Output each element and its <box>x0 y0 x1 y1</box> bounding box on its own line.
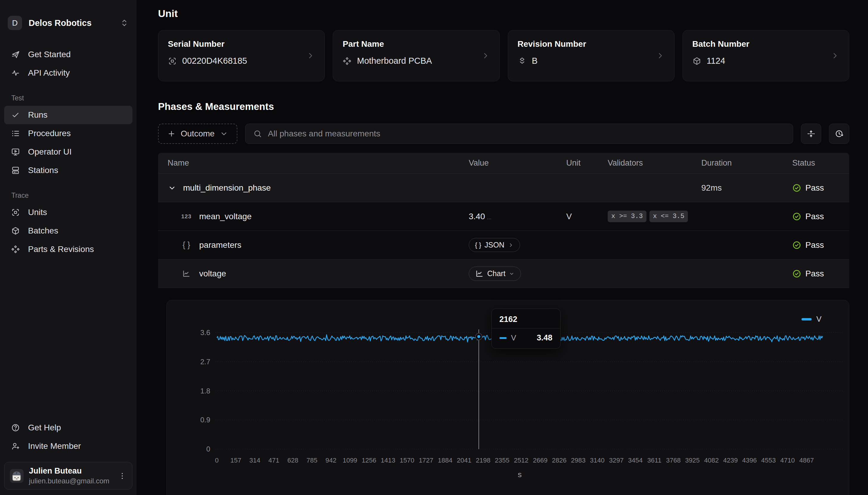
row-value-cell[interactable]: Chart <box>469 267 566 281</box>
sidebar-item-batches[interactable]: Batches <box>4 222 132 240</box>
pass-check-icon <box>792 269 801 278</box>
user-avatar <box>10 469 23 483</box>
components-icon <box>343 56 351 66</box>
pass-check-icon <box>792 184 801 192</box>
check-icon <box>11 110 20 119</box>
sidebar-section-test: RunsProceduresOperator UIStations <box>4 106 132 180</box>
column-header-validators: Validators <box>608 158 701 168</box>
sidebar-item-invite-member[interactable]: Invite Member <box>4 437 132 455</box>
user-card[interactable]: Julien Buteau julien.buteau@gmail.com <box>4 462 132 490</box>
chevrons-up-down-icon <box>120 18 129 28</box>
table-row-multi_dimension_phase[interactable]: multi_dimension_phase92msPass <box>158 174 849 202</box>
workspace-avatar: D <box>8 16 22 30</box>
sidebar-item-label: Runs <box>28 110 47 120</box>
app-root: D Delos Robotics Get StartedAPI Activity… <box>0 0 868 495</box>
svg-text:1413: 1413 <box>381 457 395 464</box>
unit-card-revision-number[interactable]: Revision NumberB <box>508 30 674 81</box>
svg-text:4082: 4082 <box>704 457 719 464</box>
tooltip-series-name: V <box>511 333 516 342</box>
sidebar-item-runs[interactable]: Runs <box>4 106 132 124</box>
sidebar-item-get-help[interactable]: Get Help <box>4 419 132 437</box>
svg-text:3925: 3925 <box>685 457 700 464</box>
column-header-value: Value <box>469 158 566 168</box>
unit-cards: Serial Number00220D4K68185Part NameMothe… <box>158 30 849 81</box>
sidebar-item-api-activity[interactable]: API Activity <box>4 64 132 82</box>
table-row-parameters: { }parameters{ }JSONPass <box>158 231 849 259</box>
card-label: Revision Number <box>518 39 656 49</box>
voltage-chart-panel: V 00.91.82.73.60157314471628785942109912… <box>166 300 849 495</box>
components-icon <box>11 245 20 254</box>
svg-text:2512: 2512 <box>514 457 528 464</box>
tooltip-series-swatch <box>499 337 507 339</box>
card-body: Revision NumberB <box>518 39 656 72</box>
sidebar-item-parts-revisions[interactable]: Parts & Revisions <box>4 240 132 258</box>
row-name-cell: 123mean_voltage <box>158 212 469 221</box>
row-status-cell: Pass <box>792 183 849 193</box>
svg-text:0.9: 0.9 <box>200 416 210 424</box>
row-status-cell: Pass <box>792 269 849 278</box>
row-value-cell[interactable]: { }JSON <box>469 238 566 252</box>
sidebar-item-label: Units <box>28 208 47 217</box>
row-duration-cell: 92ms <box>701 183 792 193</box>
sidebar-item-stations[interactable]: Stations <box>4 161 132 180</box>
chart-pill-button[interactable]: Chart <box>469 267 521 281</box>
svg-text:1884: 1884 <box>438 457 452 464</box>
sidebar-item-get-started[interactable]: Get Started <box>4 45 132 64</box>
validator-badge: x >= 3.3 <box>608 210 646 222</box>
scan-icon <box>168 56 177 66</box>
sidebar-section-label: Trace <box>4 191 132 200</box>
history-button[interactable] <box>829 124 849 144</box>
chevron-down-icon[interactable] <box>167 184 177 192</box>
legend-series-label: V <box>816 314 821 324</box>
search-bar[interactable] <box>245 124 793 144</box>
card-body: Part NameMotherboard PCBA <box>343 39 481 72</box>
svg-text:1727: 1727 <box>419 457 433 464</box>
search-icon <box>253 129 262 138</box>
main-content: Unit Serial Number00220D4K68185Part Name… <box>136 0 868 495</box>
svg-text:1.8: 1.8 <box>200 387 210 395</box>
svg-text:2826: 2826 <box>552 457 567 464</box>
sidebar-item-procedures[interactable]: Procedures <box>4 124 132 143</box>
page-title: Unit <box>158 8 849 19</box>
column-header-name: Name <box>158 158 469 168</box>
chart-legend[interactable]: V <box>802 314 821 324</box>
sidebar-nav-top: Get StartedAPI Activity <box>4 45 132 82</box>
row-status-cell: Pass <box>792 240 849 250</box>
search-input[interactable] <box>268 129 785 138</box>
workspace-switcher[interactable]: D Delos Robotics <box>4 13 132 33</box>
phases-section-title: Phases & Measurements <box>158 101 849 112</box>
svg-text:1570: 1570 <box>400 457 414 464</box>
sidebar-item-operator-ui[interactable]: Operator UI <box>4 143 132 161</box>
svg-text:157: 157 <box>230 457 241 464</box>
card-label: Batch Number <box>692 39 831 49</box>
user-menu-kebab-icon[interactable] <box>118 472 127 480</box>
row-unit-cell: V <box>566 212 608 221</box>
list-icon <box>11 129 20 138</box>
workspace-name: Delos Robotics <box>29 18 113 28</box>
card-value-text: 00220D4K68185 <box>182 56 247 66</box>
svg-text:4867: 4867 <box>799 457 814 464</box>
sidebar-item-label: Get Help <box>28 423 61 432</box>
unit-card-part-name[interactable]: Part NameMotherboard PCBA <box>333 30 499 81</box>
tooltip-x-value: 2162 <box>492 309 560 328</box>
collapse-all-button[interactable] <box>801 124 821 144</box>
column-header-unit: Unit <box>566 158 608 168</box>
card-label: Part Name <box>343 39 481 49</box>
unit-card-batch-number[interactable]: Batch Number1124 <box>683 30 849 81</box>
svg-text:1256: 1256 <box>362 457 376 464</box>
sidebar-item-units[interactable]: Units <box>4 203 132 222</box>
svg-text:314: 314 <box>249 457 260 464</box>
outcome-filter-button[interactable]: Outcome <box>158 124 238 144</box>
json-pill-button[interactable]: { }JSON <box>469 238 520 252</box>
row-name: parameters <box>199 240 242 250</box>
card-value: B <box>518 56 656 66</box>
table-row-mean_voltage: 123mean_voltage3.40…Vx >= 3.3x <= 3.5Pas… <box>158 202 849 231</box>
table-header-row: NameValueUnitValidatorsDurationStatus <box>158 153 849 174</box>
status-label: Pass <box>805 240 824 250</box>
fold-vertical-icon <box>806 129 816 138</box>
unit-card-serial-number[interactable]: Serial Number00220D4K68185 <box>158 30 325 81</box>
sidebar-item-label: Parts & Revisions <box>28 244 94 254</box>
table-row-voltage: voltageChartPass <box>158 259 849 288</box>
card-body: Batch Number1124 <box>692 39 831 72</box>
svg-text:471: 471 <box>268 457 279 464</box>
